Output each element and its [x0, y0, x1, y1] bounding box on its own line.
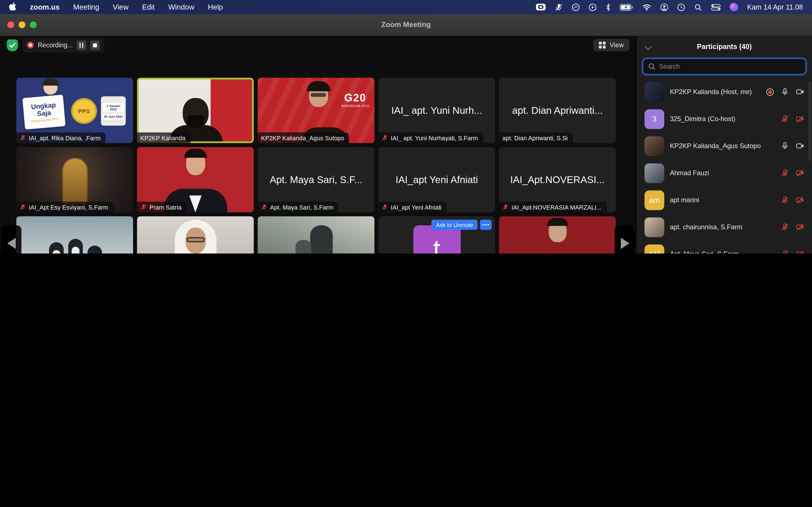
- ask-to-unmute-button[interactable]: Ask to Unmute: [432, 220, 477, 230]
- view-button[interactable]: View: [594, 39, 629, 51]
- video-tile[interactable]: IAI_apt Yeni Afniati IAI_apt Yeni Afniat…: [378, 147, 495, 212]
- creative-cloud-icon[interactable]: [572, 3, 580, 11]
- recording-dot-icon: [27, 42, 34, 48]
- muted-mic-icon: [140, 204, 147, 210]
- menu-meeting[interactable]: Meeting: [73, 3, 99, 11]
- clock-status-icon[interactable]: [677, 3, 685, 11]
- participant-row[interactable]: AM Apt. Maya Sari, S.Farm: [637, 240, 812, 253]
- participant-video: [499, 216, 616, 253]
- encryption-shield-icon: [7, 39, 18, 51]
- control-center-icon[interactable]: [711, 4, 721, 10]
- chevron-right-icon: [620, 238, 629, 249]
- video-tile[interactable]: IAI_ apt. Yuni Nurh... IAI_ apt. Yuni Nu…: [378, 78, 495, 143]
- menu-window[interactable]: Window: [168, 3, 195, 11]
- mic-on-icon: [781, 142, 789, 150]
- participant-name-tag: apt. Dian Apriwanti, S.Si: [499, 132, 573, 143]
- participant-name-tag: Pram Satria: [137, 202, 187, 212]
- participant-video: [137, 216, 254, 253]
- video-tile[interactable]: IAI_apt.Nur Achmad Hidayat,...: [499, 216, 616, 253]
- mic-off-icon: [781, 250, 789, 253]
- video-tile[interactable]: Ahmad Fauzi: [258, 216, 374, 253]
- video-tile[interactable]: IAI_apt.Windi Asti,S.Farm.: [137, 216, 254, 253]
- menu-help[interactable]: Help: [208, 3, 223, 11]
- participants-list: KP2KP Kalianda (Host, me) 3 325_Dimitra …: [637, 78, 812, 253]
- participant-row[interactable]: Ahmad Fauzi: [637, 159, 812, 186]
- participants-panel: Participants (40) KP2KP Kalianda (Host, …: [636, 36, 812, 253]
- tile-more-options-button[interactable]: [480, 220, 492, 230]
- participant-row[interactable]: KP2KP Kalianda (Host, me): [637, 78, 812, 105]
- participant-name-tag: IAI_Apt Esy Esviyani, S.Farm: [16, 202, 113, 212]
- chevron-left-icon: [7, 238, 15, 249]
- video-tile[interactable]: t Ask to Unmute IAI_ apt. Tika Febriana …: [378, 216, 495, 253]
- video-tile[interactable]: Pram Satria: [137, 147, 254, 212]
- video-tile[interactable]: IAI_Apt Esy Esviyani, S.Farm: [16, 147, 133, 212]
- video-tile-active-speaker[interactable]: KP2KP Kalianda: [137, 78, 254, 143]
- mic-off-icon: [781, 115, 789, 123]
- camera-off-icon: [796, 115, 804, 123]
- muted-mic-icon: [20, 135, 26, 141]
- participants-search-input[interactable]: [644, 59, 805, 74]
- menu-app-name[interactable]: zoom.us: [30, 3, 59, 11]
- battery-icon[interactable]: [620, 4, 633, 10]
- video-grid: Ungkap SajaMumpung Ada PPS PPS 1 Januari…: [16, 78, 616, 253]
- avatar: [645, 136, 664, 156]
- previous-page-button[interactable]: 1/2: [1, 225, 21, 253]
- video-tile[interactable]: IAI_apt. Dian Prayogi, S.Farm: [16, 216, 133, 253]
- pause-recording-button[interactable]: [77, 40, 86, 50]
- mic-off-icon: [781, 223, 789, 231]
- window-titlebar: Zoom Meeting: [0, 14, 812, 36]
- camera-off-icon: [796, 169, 804, 177]
- scrollbar[interactable]: [809, 82, 811, 161]
- window-title: Zoom Meeting: [0, 20, 812, 29]
- menu-view[interactable]: View: [113, 3, 129, 11]
- participant-video: [258, 216, 374, 253]
- siri-icon[interactable]: [730, 3, 738, 11]
- play-status-icon[interactable]: [589, 3, 597, 11]
- participant-row[interactable]: am apt marini: [637, 186, 812, 214]
- camera-off-icon: [796, 196, 804, 204]
- screen: zoom.us Meeting View Edit Window Help Ka…: [0, 0, 812, 253]
- panel-collapse-chevron-icon[interactable]: [645, 43, 652, 50]
- mic-muted-status-icon[interactable]: [555, 3, 563, 11]
- menu-edit[interactable]: Edit: [142, 3, 155, 11]
- video-tile[interactable]: Ungkap SajaMumpung Ada PPS PPS 1 Januari…: [16, 78, 133, 143]
- participant-row[interactable]: apt. chairunnisa, S.Farm: [637, 214, 812, 240]
- avatar: [645, 82, 664, 102]
- macos-menubar: zoom.us Meeting View Edit Window Help Ka…: [0, 0, 812, 14]
- wifi-icon[interactable]: [642, 4, 651, 10]
- apple-menu-icon[interactable]: [9, 2, 16, 12]
- avatar: 3: [645, 109, 664, 129]
- participant-name-tag: KP2KP Kalianda_Agus Sutopo: [258, 132, 349, 143]
- mic-on-icon: [781, 88, 789, 96]
- menubar-clock[interactable]: Kam 14 Apr 11.08: [747, 3, 803, 11]
- screen-recording-icon[interactable]: [536, 3, 546, 11]
- avatar: am: [645, 190, 664, 210]
- participant-row[interactable]: 3 325_Dimitra (Co-host): [637, 105, 812, 132]
- bluetooth-icon[interactable]: [606, 3, 611, 11]
- gallery-view-icon: [599, 42, 606, 48]
- participant-name-tag: IAI_Apt.NOVERASIA MARZALI...: [499, 202, 606, 212]
- muted-mic-icon: [261, 204, 267, 210]
- video-tile[interactable]: G20INDONESIA 2022 KP2KP Kalianda_Agus Su…: [258, 78, 374, 143]
- user-account-icon[interactable]: [660, 3, 668, 11]
- participant-name-tag: KP2KP Kalianda: [137, 132, 190, 143]
- participant-row[interactable]: KP2KP Kalianda_Agus Sutopo: [637, 132, 812, 159]
- spotlight-icon[interactable]: [694, 3, 702, 11]
- muted-mic-icon: [502, 204, 509, 210]
- camera-on-icon: [796, 142, 804, 150]
- video-tile[interactable]: IAI_Apt.NOVERASI... IAI_Apt.NOVERASIA MA…: [499, 147, 616, 212]
- video-tile[interactable]: Apt. Maya Sari, S.F... Apt. Maya Sari, S…: [258, 147, 374, 212]
- video-tile[interactable]: apt. Dian Apriwanti... apt. Dian Apriwan…: [499, 78, 616, 143]
- stop-recording-button[interactable]: [90, 40, 100, 50]
- mic-off-icon: [781, 196, 789, 204]
- search-icon: [648, 62, 656, 70]
- avatar: AM: [645, 244, 664, 253]
- camera-on-icon: [796, 88, 804, 96]
- muted-mic-icon: [20, 204, 26, 210]
- avatar: [645, 217, 664, 237]
- participant-name-tag: IAI_apt. Rika Diana, .Farm: [16, 132, 105, 143]
- recording-indicator-icon: [766, 88, 774, 96]
- camera-off-icon: [796, 223, 804, 231]
- next-page-button[interactable]: 1/2: [615, 225, 635, 253]
- meeting-stage: Recording... View Ungkap SajaMumpung Ada…: [0, 36, 636, 253]
